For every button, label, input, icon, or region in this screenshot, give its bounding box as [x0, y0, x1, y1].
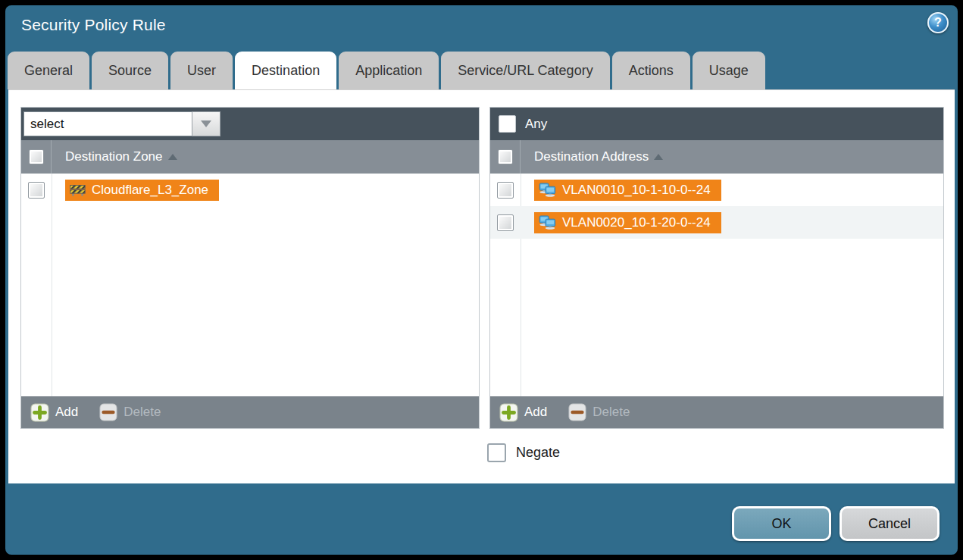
zone-add-label: Add — [55, 405, 78, 420]
zone-panel-footer: Add Delete — [21, 396, 479, 428]
negate-checkbox[interactable] — [487, 443, 506, 462]
address-entry-chip[interactable]: VLAN0020_10-1-20-0--24 — [534, 212, 721, 233]
zone-column-header-label: Destination Zone — [65, 149, 163, 164]
zone-select-input[interactable] — [23, 111, 192, 136]
address-panel-footer: Add Delete — [490, 396, 943, 428]
address-delete-button[interactable]: Delete — [568, 403, 630, 421]
help-icon[interactable]: ? — [927, 12, 949, 33]
zone-panel-toolbar — [21, 108, 479, 140]
tab-usage[interactable]: Usage — [693, 52, 765, 89]
delete-icon — [568, 403, 586, 421]
tab-source[interactable]: Source — [92, 52, 168, 89]
any-toggle[interactable]: Any — [492, 115, 547, 133]
address-entry-chip[interactable]: VLAN0010_10-1-10-0--24 — [534, 180, 721, 201]
address-add-label: Add — [524, 405, 547, 420]
add-icon — [30, 403, 49, 422]
address-select-all-cell — [490, 140, 521, 174]
address-select-all-checkbox[interactable] — [498, 149, 513, 164]
any-checkbox[interactable] — [499, 115, 516, 133]
destination-tab-content: Destination Zone — [8, 89, 955, 483]
tab-bar: General Source User Destination Applicat… — [8, 52, 765, 89]
address-list-body: VLAN0010_10-1-10-0--24 — [490, 174, 943, 396]
add-icon — [499, 403, 518, 422]
zone-barrier-icon — [70, 184, 86, 196]
zone-delete-button[interactable]: Delete — [99, 403, 161, 421]
delete-icon — [99, 403, 117, 421]
any-label: Any — [525, 117, 547, 132]
address-column-header-label: Destination Address — [534, 149, 649, 164]
tab-actions[interactable]: Actions — [612, 52, 690, 89]
table-row[interactable]: Cloudflare_L3_Zone — [21, 174, 479, 206]
address-add-button[interactable]: Add — [499, 403, 547, 422]
address-entry-label: VLAN0020_10-1-20-0--24 — [562, 215, 711, 230]
sort-asc-icon — [168, 154, 177, 160]
zone-entry-chip[interactable]: Cloudflare_L3_Zone — [65, 180, 219, 201]
security-policy-rule-dialog: Security Policy Rule ? General Source Us… — [5, 5, 958, 555]
destination-address-panel: Any Destination Address — [489, 107, 944, 429]
zone-column-header[interactable]: Destination Zone — [65, 149, 177, 164]
zone-select-combo — [23, 111, 220, 136]
cancel-button[interactable]: Cancel — [839, 506, 940, 541]
tab-destination[interactable]: Destination — [235, 52, 336, 89]
network-address-icon — [539, 183, 556, 197]
address-column-header-row: Destination Address — [490, 140, 943, 174]
sort-asc-icon — [654, 154, 663, 160]
destination-zone-panel: Destination Zone — [20, 107, 480, 429]
zone-select-all-checkbox[interactable] — [29, 149, 44, 164]
zone-entry-label: Cloudflare_L3_Zone — [92, 183, 208, 198]
negate-label: Negate — [516, 445, 560, 461]
table-row[interactable]: VLAN0010_10-1-10-0--24 — [490, 174, 943, 206]
dialog-title: Security Policy Rule — [21, 16, 166, 34]
zone-select-dropdown-button[interactable] — [192, 111, 220, 136]
zone-row-checkbox[interactable] — [28, 182, 45, 199]
zone-add-button[interactable]: Add — [30, 403, 78, 422]
chevron-down-icon — [201, 120, 211, 127]
address-row-checkbox[interactable] — [497, 214, 514, 231]
zone-column-header-row: Destination Zone — [21, 140, 479, 174]
address-entry-label: VLAN0010_10-1-10-0--24 — [562, 183, 711, 198]
tab-application[interactable]: Application — [339, 52, 439, 89]
address-delete-label: Delete — [592, 405, 630, 420]
tab-service-url-category[interactable]: Service/URL Category — [441, 52, 609, 89]
zone-select-all-cell — [21, 140, 52, 174]
tab-user[interactable]: User — [170, 52, 233, 89]
tab-general[interactable]: General — [8, 52, 89, 89]
zone-delete-label: Delete — [124, 405, 161, 420]
address-panel-toolbar: Any — [490, 108, 943, 140]
address-column-header[interactable]: Destination Address — [534, 149, 663, 164]
network-address-icon — [539, 215, 556, 230]
negate-toggle[interactable]: Negate — [487, 443, 560, 462]
table-row[interactable]: VLAN0020_10-1-20-0--24 — [490, 206, 943, 239]
ok-button[interactable]: OK — [732, 506, 831, 541]
zone-list-body: Cloudflare_L3_Zone — [21, 174, 479, 396]
address-row-checkbox[interactable] — [497, 182, 514, 199]
